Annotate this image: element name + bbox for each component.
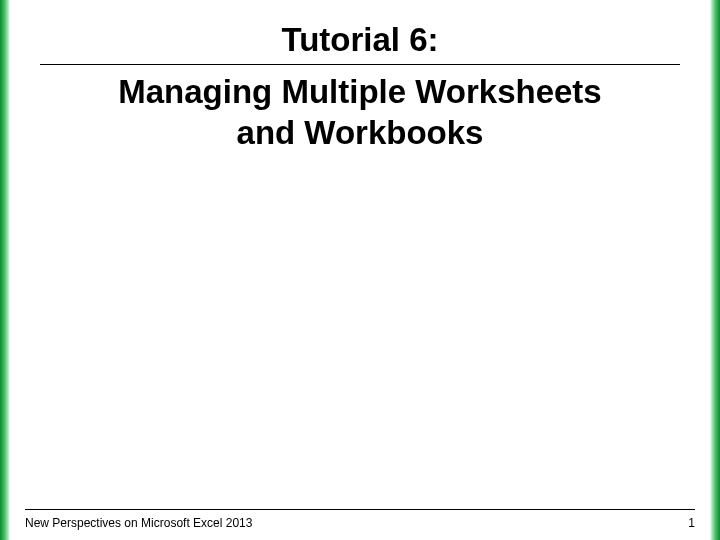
- footer-text: New Perspectives on Microsoft Excel 2013: [25, 516, 252, 530]
- right-accent-bar: [710, 0, 720, 540]
- title-divider: [40, 64, 680, 65]
- left-accent-bar: [0, 0, 10, 540]
- title-block: Tutorial 6: Managing Multiple Worksheets…: [40, 20, 680, 153]
- page-number: 1: [688, 516, 695, 530]
- slide-content: Tutorial 6: Managing Multiple Worksheets…: [10, 0, 710, 540]
- title-line-3: and Workbooks: [40, 112, 680, 153]
- title-line-1: Tutorial 6:: [40, 20, 680, 64]
- title-line-2: Managing Multiple Worksheets: [40, 71, 680, 112]
- slide-footer: New Perspectives on Microsoft Excel 2013…: [25, 509, 695, 530]
